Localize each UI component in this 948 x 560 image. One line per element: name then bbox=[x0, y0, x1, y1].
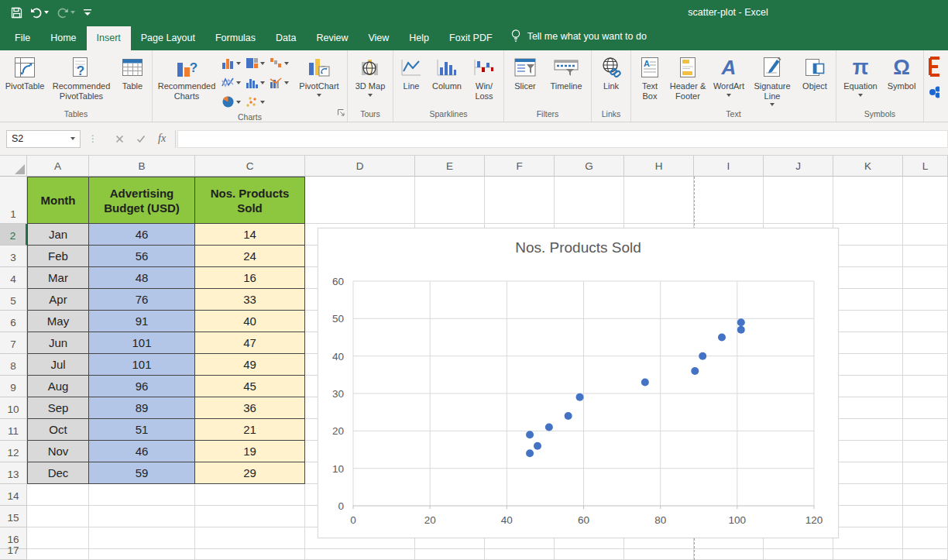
cell-A9[interactable]: Aug bbox=[27, 376, 89, 397]
cell-K3[interactable] bbox=[833, 246, 903, 267]
cell-B8[interactable]: 101 bbox=[89, 354, 195, 376]
cell-B16[interactable] bbox=[89, 527, 195, 549]
cancel-icon[interactable] bbox=[115, 135, 124, 143]
cell-K8[interactable] bbox=[833, 354, 903, 376]
cell-B14[interactable] bbox=[89, 484, 195, 506]
row-header-14[interactable]: 14 bbox=[0, 484, 27, 506]
cell-A6[interactable]: May bbox=[27, 311, 89, 332]
col-header-C[interactable]: C bbox=[195, 156, 305, 177]
text-box-button[interactable]: A Text Box bbox=[634, 52, 666, 108]
cell-K6[interactable] bbox=[833, 311, 903, 332]
formula-input[interactable] bbox=[177, 130, 948, 148]
charts-dialog-launcher[interactable] bbox=[337, 106, 345, 120]
row-header-12[interactable]: 12 bbox=[0, 441, 27, 462]
cell-A3[interactable]: Feb bbox=[27, 246, 89, 267]
cell-E17[interactable] bbox=[415, 549, 485, 560]
cell-A11[interactable]: Oct bbox=[27, 419, 89, 441]
cell-C14[interactable] bbox=[195, 484, 305, 506]
col-header-G[interactable]: G bbox=[555, 156, 624, 177]
row-header-4[interactable]: 4 bbox=[0, 267, 27, 289]
cell-K17[interactable] bbox=[833, 549, 903, 560]
cell-A10[interactable]: Sep bbox=[27, 397, 89, 419]
cell-A7[interactable]: Jun bbox=[27, 332, 89, 354]
signature-line-button[interactable]: Signature Line bbox=[748, 52, 796, 108]
cell-L5[interactable] bbox=[903, 289, 948, 311]
cell-K2[interactable] bbox=[833, 224, 903, 246]
cell-C4[interactable]: 16 bbox=[195, 267, 305, 289]
tab-insert[interactable]: Insert bbox=[87, 26, 131, 50]
recommended-pivottables-button[interactable]: ? Recommended PivotTables bbox=[47, 52, 115, 108]
cell-K7[interactable] bbox=[833, 332, 903, 354]
col-header-I[interactable]: I bbox=[694, 156, 764, 177]
cell-B9[interactable]: 96 bbox=[89, 376, 195, 397]
cell-L12[interactable] bbox=[903, 441, 948, 462]
cell-B17[interactable] bbox=[89, 549, 195, 560]
cell-C8[interactable]: 49 bbox=[195, 354, 305, 376]
cell-L10[interactable] bbox=[903, 397, 948, 419]
row-header-2[interactable]: 2 bbox=[0, 224, 27, 246]
col-header-K[interactable]: K bbox=[833, 156, 903, 177]
cell-A16[interactable] bbox=[27, 527, 89, 549]
cell-H1[interactable] bbox=[624, 177, 694, 224]
cell-G1[interactable] bbox=[555, 177, 624, 224]
cell-L2[interactable] bbox=[903, 224, 948, 246]
cell-G17[interactable] bbox=[555, 549, 624, 560]
cell-L7[interactable] bbox=[903, 332, 948, 354]
cell-C12[interactable]: 19 bbox=[195, 441, 305, 462]
save-button[interactable] bbox=[11, 7, 22, 19]
tab-home[interactable]: Home bbox=[40, 26, 86, 50]
pivottable-button[interactable]: PivotTable bbox=[2, 52, 47, 108]
cell-I17[interactable] bbox=[694, 549, 764, 560]
tell-me-box[interactable]: Tell me what you want to do bbox=[503, 22, 654, 50]
cell-C9[interactable]: 45 bbox=[195, 376, 305, 397]
cell-L1[interactable] bbox=[903, 177, 948, 224]
cell-B4[interactable]: 48 bbox=[89, 267, 195, 289]
cell-A12[interactable]: Nov bbox=[27, 441, 89, 462]
tab-page-layout[interactable]: Page Layout bbox=[131, 26, 205, 50]
name-box-dropdown-arrow[interactable] bbox=[70, 137, 75, 140]
row-header-10[interactable]: 10 bbox=[0, 397, 27, 419]
cell-J17[interactable] bbox=[764, 549, 833, 560]
equation-dropdown-arrow[interactable] bbox=[858, 94, 863, 97]
sparkline-winloss-button[interactable]: Win/ Loss bbox=[467, 52, 501, 108]
insert-combo-chart-button[interactable] bbox=[268, 73, 292, 92]
cell-K15[interactable] bbox=[833, 506, 903, 527]
insert-line-or-area-chart-button[interactable] bbox=[220, 73, 244, 92]
cell-C2[interactable]: 14 bbox=[195, 224, 305, 246]
insert-waterfall-or-stock-chart-button[interactable] bbox=[268, 53, 292, 73]
cell-L8[interactable] bbox=[903, 354, 948, 376]
cell-B6[interactable]: 91 bbox=[89, 311, 195, 332]
row-header-1[interactable]: 1 bbox=[0, 177, 27, 224]
wordart-button[interactable]: A WordArt bbox=[709, 52, 748, 108]
cell-L17[interactable] bbox=[903, 549, 948, 560]
cell-B7[interactable]: 101 bbox=[89, 332, 195, 354]
signature-line-dropdown-arrow[interactable] bbox=[770, 103, 775, 106]
cell-L16[interactable] bbox=[903, 527, 948, 549]
cell-C16[interactable] bbox=[195, 527, 305, 549]
cell-K10[interactable] bbox=[833, 397, 903, 419]
row-header-9[interactable]: 9 bbox=[0, 376, 27, 397]
wordart-dropdown-arrow[interactable] bbox=[726, 94, 731, 97]
cell-K13[interactable] bbox=[833, 462, 903, 484]
cell-A17[interactable] bbox=[27, 549, 89, 560]
row-header-6[interactable]: 6 bbox=[0, 311, 27, 332]
row-header-15[interactable]: 15 bbox=[0, 506, 27, 527]
cell-C11[interactable]: 21 bbox=[195, 419, 305, 441]
row-header-13[interactable]: 13 bbox=[0, 462, 27, 484]
undo-dropdown-arrow[interactable] bbox=[44, 11, 49, 14]
cell-C1[interactable]: Nos. Products Sold bbox=[195, 177, 305, 224]
enter-check-icon[interactable] bbox=[136, 135, 146, 143]
cell-B12[interactable]: 46 bbox=[89, 441, 195, 462]
3d-map-button[interactable]: 3D Map bbox=[350, 52, 390, 108]
tab-view[interactable]: View bbox=[358, 26, 399, 50]
redo-button[interactable] bbox=[57, 7, 75, 19]
insert-statistic-chart-button[interactable] bbox=[244, 73, 268, 92]
row-header-7[interactable]: 7 bbox=[0, 332, 27, 354]
cell-A14[interactable] bbox=[27, 484, 89, 506]
col-header-D[interactable]: D bbox=[305, 156, 415, 177]
cell-B11[interactable]: 51 bbox=[89, 419, 195, 441]
row-header-8[interactable]: 8 bbox=[0, 354, 27, 376]
cell-K16[interactable] bbox=[833, 527, 903, 549]
cell-B10[interactable]: 89 bbox=[89, 397, 195, 419]
tab-foxit-pdf[interactable]: Foxit PDF bbox=[439, 26, 503, 50]
